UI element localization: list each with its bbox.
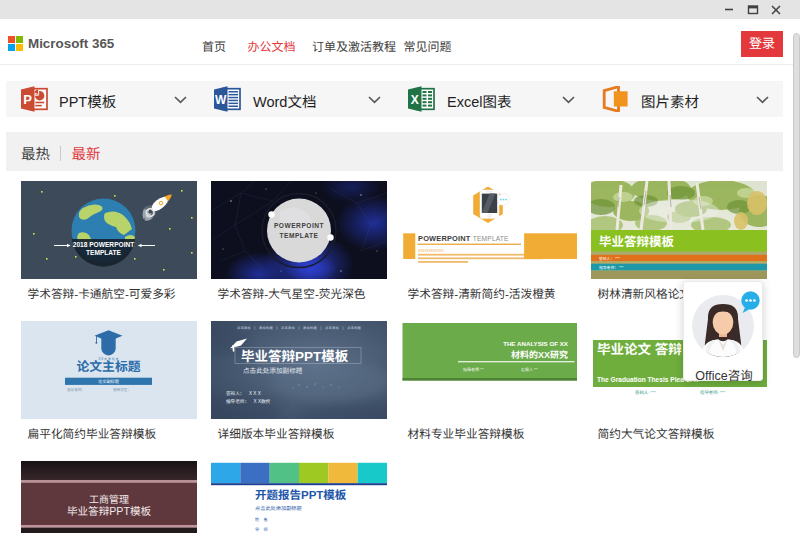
svg-text:P: P (23, 92, 32, 107)
svg-text:毕业答辩PPT模板: 毕业答辩PPT模板 (67, 505, 152, 517)
svg-text:毕业论文 答辩: 毕业论文 答辩 (597, 342, 682, 357)
svg-text:点击此处添加副标题: 点击此处添加副标题 (243, 367, 303, 374)
svg-text:点击此处添加副标题: 点击此处添加副标题 (255, 505, 302, 511)
svg-text:XXXXXXXXXXXX: XXXXXXXXXXXX (418, 249, 444, 253)
svg-text:POWERPOINT: POWERPOINT (274, 222, 324, 229)
svg-text:导 师: 导 师 (255, 527, 268, 532)
svg-text:开题报告PPT模板: 开题报告PPT模板 (255, 489, 347, 501)
svg-text:工商管理: 工商管理 (89, 494, 129, 505)
svg-text:论文副标题: 论文副标题 (98, 379, 120, 384)
svg-text:POWERPOINT TEMPLATE: POWERPOINT TEMPLATE (418, 234, 509, 243)
svg-text:指导老师：: 指导老师： (67, 387, 85, 392)
svg-text:TEMPLATE: TEMPLATE (279, 232, 318, 239)
svg-text:材料的XX研究: 材料的XX研究 (511, 350, 568, 360)
svg-text:指导老师·**: 指导老师·** (463, 367, 484, 372)
svg-text:毕业答辩模板: 毕业答辩模板 (599, 235, 675, 249)
svg-text:答辩人： X X X: 答辩人： X X X (226, 391, 261, 396)
svg-text:X: X (411, 93, 419, 107)
svg-text:答辩人: ***: 答辩人: *** (635, 390, 656, 395)
svg-text:THE ANALYSIS OF XX: THE ANALYSIS OF XX (503, 340, 569, 347)
svg-text:2018 POWERPOINT: 2018 POWERPOINT (73, 241, 135, 248)
svg-text:毕业答辩PPT模板: 毕业答辩PPT模板 (241, 349, 349, 364)
svg-text:答辩学生：: 答辩学生： (113, 387, 131, 392)
svg-text:指导老师： ***: 指导老师： *** (599, 265, 624, 270)
svg-text:TEMPLATE: TEMPLATE (86, 249, 122, 256)
svg-text:指导老师: ***: 指导老师: *** (700, 390, 725, 395)
svg-text:姓 名: 姓 名 (255, 517, 268, 522)
svg-text:答辩人： ***: 答辩人： *** (599, 256, 620, 261)
svg-text:论文主标题: 论文主标题 (77, 359, 141, 374)
svg-text:点击添加 | 添加标题 | 点击添加 | 添加标题 | 点击: 点击添加 | 添加标题 | 点击添加 | 添加标题 | 点击添加 | 点击标题 (237, 326, 362, 330)
svg-text:W: W (215, 93, 227, 107)
svg-text:指导老师： X X教授: 指导老师： X X教授 (226, 399, 271, 404)
svg-text:汇报人·**: 汇报人·** (521, 367, 538, 372)
